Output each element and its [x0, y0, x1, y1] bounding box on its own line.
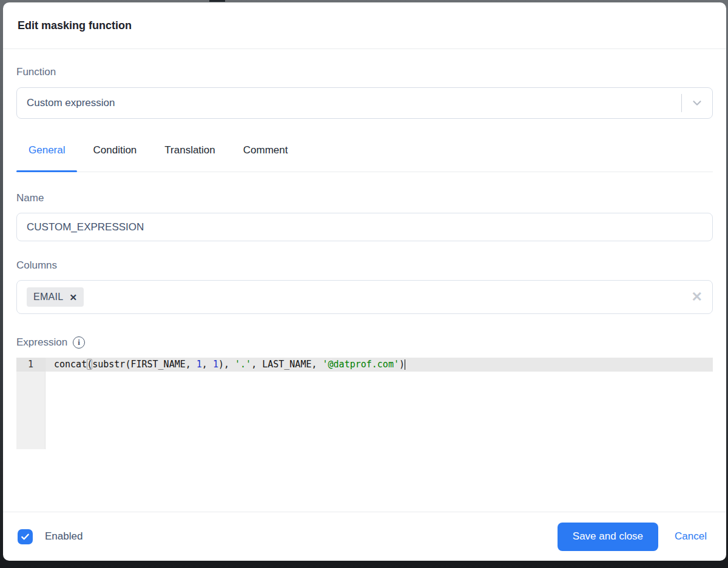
code-token-number: 1: [213, 359, 218, 370]
code-token: ),: [218, 359, 235, 370]
code-token-number: 1: [197, 359, 202, 370]
name-label: Name: [16, 192, 713, 204]
code-token-string: '@datprof.com': [323, 359, 399, 370]
code-token: ,: [202, 359, 213, 370]
column-chip-email: EMAIL ✕: [27, 287, 84, 307]
function-select[interactable]: Custom expression: [16, 87, 713, 119]
line-number: 1: [16, 358, 45, 372]
dialog-body: Function Custom expression General Condi…: [3, 49, 726, 512]
info-icon[interactable]: i: [73, 336, 85, 349]
columns-section: Columns EMAIL ✕ ✕: [16, 259, 713, 314]
chevron-down-icon[interactable]: [690, 96, 704, 110]
code-token: substr(FIRST_NAME,: [92, 359, 197, 370]
tab-bar: General Condition Translation Comment: [16, 144, 713, 172]
code-token-bracket-match: (: [87, 359, 92, 370]
tab-general[interactable]: General: [16, 144, 77, 172]
text-cursor: [405, 359, 405, 370]
tab-translation[interactable]: Translation: [152, 144, 227, 172]
backdrop-notch: [209, 0, 225, 2]
column-chip-label: EMAIL: [33, 292, 64, 302]
code-content[interactable]: concat(substr(FIRST_NAME, 1, 1), '.', LA…: [46, 358, 713, 449]
clear-all-icon[interactable]: ✕: [692, 290, 703, 304]
expression-label: Expression: [16, 336, 67, 349]
name-section: Name: [16, 192, 713, 241]
code-token: ): [399, 359, 405, 370]
select-divider: [681, 94, 682, 112]
chip-remove-icon[interactable]: ✕: [70, 293, 78, 302]
cancel-button[interactable]: Cancel: [675, 530, 707, 543]
dialog-header: Edit masking function: [3, 2, 726, 49]
edit-masking-function-dialog: Edit masking function Function Custom ex…: [3, 2, 726, 561]
enabled-checkbox[interactable]: [18, 529, 33, 544]
code-gutter: 1: [16, 358, 46, 449]
code-token: , LAST_NAME,: [251, 359, 322, 370]
expression-code-editor[interactable]: 1 concat(substr(FIRST_NAME, 1, 1), '.', …: [16, 358, 713, 449]
tab-condition[interactable]: Condition: [81, 144, 149, 172]
dialog-title: Edit masking function: [18, 19, 132, 32]
code-token: concat: [54, 359, 87, 370]
name-input[interactable]: [16, 213, 713, 241]
function-select-value: Custom expression: [27, 97, 681, 109]
tab-comment[interactable]: Comment: [231, 144, 300, 172]
enabled-label: Enabled: [45, 530, 83, 543]
dialog-footer: Enabled Save and close Cancel: [3, 512, 726, 561]
code-token-string: '.': [235, 359, 251, 370]
expression-section: Expression i 1 concat(substr(FIRST_NAME,…: [16, 336, 713, 449]
code-line-1: concat(substr(FIRST_NAME, 1, 1), '.', LA…: [46, 358, 713, 372]
function-label: Function: [16, 66, 713, 78]
columns-multiselect[interactable]: EMAIL ✕ ✕: [16, 280, 713, 314]
save-and-close-button[interactable]: Save and close: [558, 523, 658, 551]
columns-label: Columns: [16, 259, 713, 272]
